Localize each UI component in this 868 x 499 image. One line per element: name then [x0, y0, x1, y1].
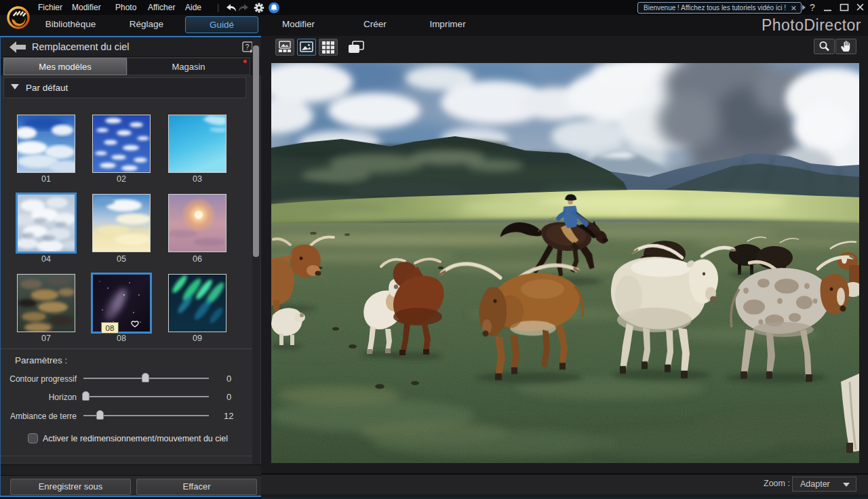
svg-text:?: ? [245, 43, 250, 51]
